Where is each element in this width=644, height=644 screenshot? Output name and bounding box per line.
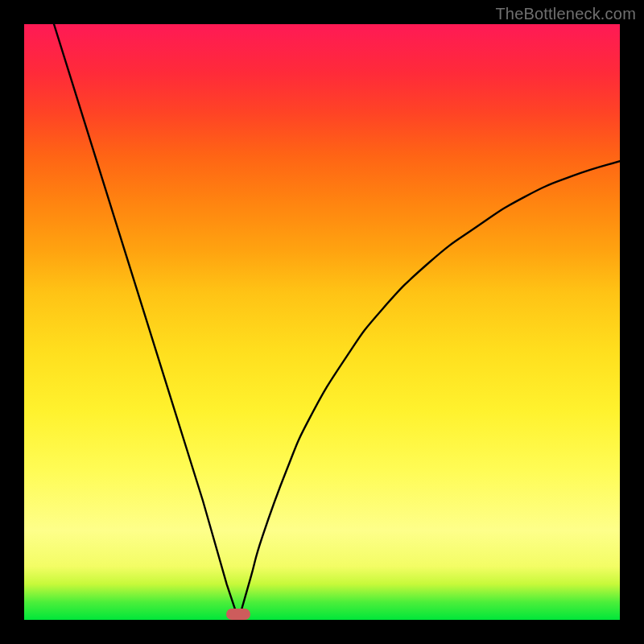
chart-frame: TheBottleneck.com [0,0,644,644]
bottleneck-curve [24,24,620,620]
curve-left-branch [54,24,238,620]
optimum-marker [226,609,250,620]
watermark-text: TheBottleneck.com [495,5,636,23]
plot-area [24,24,620,620]
curve-right-branch [238,161,620,620]
